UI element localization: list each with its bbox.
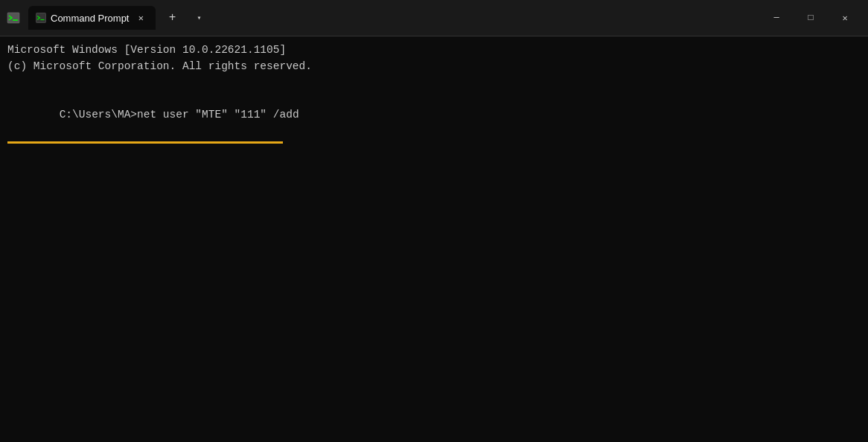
maximize-button[interactable]: □ [794,0,828,36]
tab-dropdown-button[interactable]: ▾ [188,7,209,28]
terminal-content[interactable]: Microsoft Windows [Version 10.0.22621.11… [0,36,868,442]
tab-close-button[interactable]: ✕ [133,10,148,25]
minimize-button[interactable]: — [759,0,794,36]
terminal-icon [6,10,21,25]
terminal-command-text: net user "MTE" "111" /add [137,109,299,121]
terminal-prompt: C:\Users\MA> [60,109,137,121]
close-button[interactable]: ✕ [828,0,862,36]
terminal-command: C:\Users\MA>net user "MTE" "111" /add [7,91,861,139]
svg-rect-0 [7,13,19,23]
window-controls: — □ ✕ [759,0,862,36]
tab-terminal-icon [36,13,46,23]
window: Command Prompt ✕ + ▾ — □ ✕ [0,0,868,442]
new-tab-button[interactable]: + [160,6,184,30]
terminal-line-2: (c) Microsoft Corporation. All rights re… [7,59,861,75]
tab-title: Command Prompt [51,13,129,24]
active-tab[interactable]: Command Prompt ✕ [28,6,156,30]
terminal-prompt-line: C:\Users\MA>net user "MTE" "111" /add [7,91,861,143]
terminal-line-3 [7,75,861,92]
cursor-underline [7,141,283,144]
titlebar: Command Prompt ✕ + ▾ — □ ✕ [0,0,868,36]
terminal-line-1: Microsoft Windows [Version 10.0.22621.11… [7,42,861,59]
titlebar-left: Command Prompt ✕ + ▾ [6,6,759,30]
svg-rect-2 [36,13,46,23]
